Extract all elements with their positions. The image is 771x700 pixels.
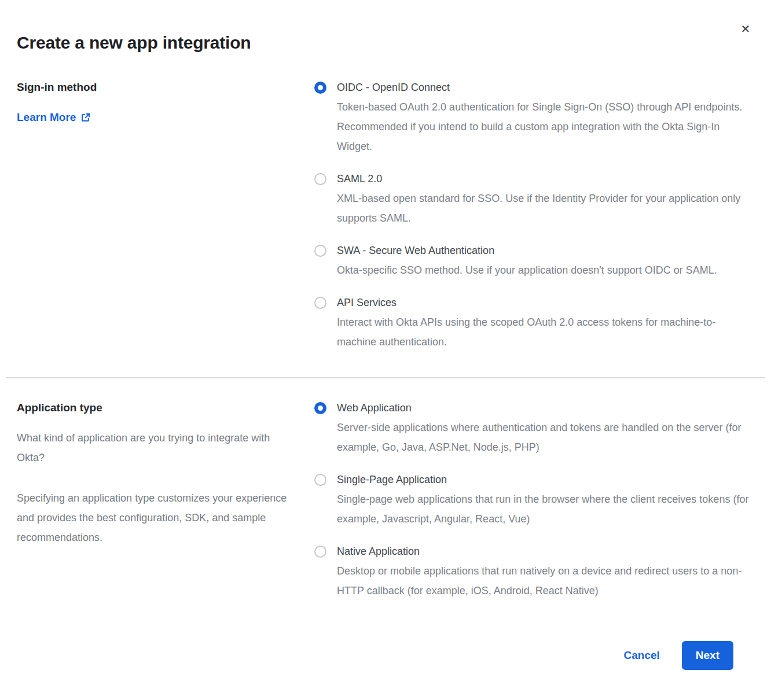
radio-option-label: Web Application	[337, 401, 749, 414]
radio-button-swa[interactable]	[314, 245, 326, 257]
create-app-integration-dialog: ✕ Create a new app integration Sign-in m…	[0, 32, 771, 670]
radio-button-web-application[interactable]	[314, 402, 326, 414]
radio-option-description: Token-based OAuth 2.0 authentication for…	[337, 97, 749, 156]
close-button[interactable]: ✕	[737, 21, 754, 37]
radio-option-api-services[interactable]: API Services Interact with Okta APIs usi…	[314, 296, 754, 352]
radio-option-web-application[interactable]: Web Application Server-side applications…	[314, 401, 754, 457]
learn-more-label: Learn More	[17, 111, 76, 124]
radio-option-oidc[interactable]: OIDC - OpenID Connect Token-based OAuth …	[314, 81, 754, 156]
radio-button-oidc[interactable]	[314, 82, 326, 94]
radio-option-swa[interactable]: SWA - Secure Web Authentication Okta-spe…	[314, 244, 754, 280]
radio-option-description: Interact with Okta APIs using the scoped…	[337, 312, 749, 352]
dialog-title: Create a new app integration	[17, 32, 754, 53]
section-divider	[6, 377, 765, 378]
cancel-button[interactable]: Cancel	[624, 649, 660, 662]
radio-option-label: API Services	[337, 296, 749, 309]
application-type-paragraph: What kind of application are you trying …	[17, 428, 295, 467]
radio-option-single-page-application[interactable]: Single-Page Application Single-page web …	[314, 473, 754, 529]
radio-option-native-application[interactable]: Native Application Desktop or mobile app…	[314, 545, 754, 600]
radio-option-saml[interactable]: SAML 2.0 XML-based open standard for SSO…	[314, 172, 754, 228]
radio-option-description: Single-page web applications that run in…	[337, 489, 749, 529]
radio-option-description: Server-side applications where authentic…	[337, 418, 749, 457]
radio-option-description: XML-based open standard for SSO. Use if …	[337, 189, 749, 228]
application-type-paragraph: Specifying an application type customize…	[17, 488, 295, 547]
radio-button-single-page-application[interactable]	[314, 474, 326, 486]
signin-method-section: Sign-in method Learn More OIDC - OpenID …	[17, 81, 754, 368]
radio-button-api-services[interactable]	[314, 297, 326, 309]
radio-option-description: Desktop or mobile applications that run …	[337, 561, 749, 600]
radio-option-description: Okta-specific SSO method. Use if your ap…	[337, 260, 717, 280]
learn-more-link[interactable]: Learn More	[17, 111, 91, 124]
radio-option-label: SWA - Secure Web Authentication	[337, 244, 717, 257]
next-button[interactable]: Next	[682, 641, 733, 670]
signin-method-label: Sign-in method	[17, 81, 314, 94]
close-icon: ✕	[741, 23, 751, 35]
application-type-label: Application type	[17, 401, 314, 414]
radio-option-label: Native Application	[337, 545, 749, 558]
radio-option-label: OIDC - OpenID Connect	[337, 81, 749, 94]
radio-button-saml[interactable]	[314, 173, 326, 185]
external-link-icon	[80, 112, 91, 123]
radio-option-label: Single-Page Application	[337, 473, 749, 486]
dialog-footer: Cancel Next	[17, 641, 754, 670]
radio-button-native-application[interactable]	[314, 546, 326, 558]
application-type-section: Application type What kind of applicatio…	[17, 401, 754, 617]
radio-option-label: SAML 2.0	[337, 172, 749, 185]
